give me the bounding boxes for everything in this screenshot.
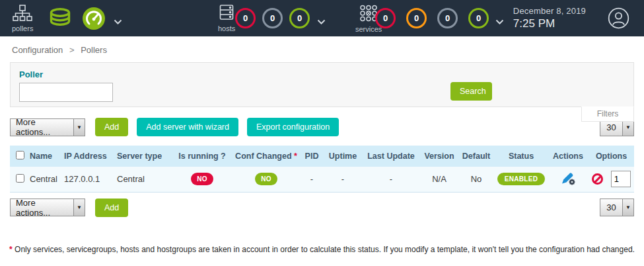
select-arrow-icon: ▼	[622, 199, 633, 216]
user-avatar-icon[interactable]	[608, 7, 629, 32]
clock: December 8, 2019 7:25 PM	[513, 6, 586, 30]
footnote-asterisk: *	[9, 245, 13, 254]
more-actions-select[interactable]: More actions... ▼	[10, 118, 85, 136]
services-warning-counter[interactable]: 0	[406, 8, 427, 28]
col-last-update: Last Update	[361, 146, 421, 167]
export-configuration-button[interactable]: Export configuration	[247, 118, 339, 136]
cell-pid: -	[299, 167, 324, 192]
breadcrumb-separator: >	[69, 45, 75, 55]
col-version: Version	[421, 146, 458, 167]
more-actions-select-bottom[interactable]: More actions... ▼	[10, 199, 85, 216]
gauge-icon[interactable]	[82, 7, 106, 33]
select-arrow-icon: ▼	[73, 199, 85, 216]
col-actions: Actions	[548, 146, 589, 167]
cell-ip-address: 127.0.0.1	[64, 167, 117, 192]
pollers-icon	[13, 12, 32, 23]
hosts-label: hosts	[218, 24, 235, 32]
cell-default: No	[458, 167, 495, 192]
cell-is-running: NO	[171, 167, 233, 192]
disable-poller-icon[interactable]	[592, 173, 603, 185]
services-unknown-counter[interactable]: 0	[437, 8, 458, 28]
hosts-down-counter[interactable]: 0	[235, 8, 256, 28]
cell-options	[589, 167, 634, 192]
breadcrumb: Configuration > Pollers	[0, 36, 644, 62]
options-order-input[interactable]	[611, 171, 631, 187]
is-running-badge: NO	[191, 173, 213, 185]
footnote-text: Only services, servicegroups, hosts and …	[15, 245, 635, 254]
database-icon[interactable]	[48, 7, 73, 32]
select-arrow-icon: ▼	[73, 119, 85, 136]
cell-version: N/A	[421, 167, 458, 192]
services-ok-counter[interactable]: 0	[468, 8, 489, 28]
cell-last-update: -	[361, 167, 421, 192]
bottom-toolbar: More actions... ▼ Add 30 ▼	[10, 199, 634, 217]
col-server-type: Server type	[117, 146, 171, 167]
hosts-icon	[219, 12, 234, 23]
poller-search-input[interactable]	[19, 83, 113, 102]
pollers-menu[interactable]: pollers	[12, 5, 33, 32]
services-critical-counter[interactable]: 0	[375, 8, 396, 28]
cell-status: ENABLED	[495, 167, 548, 192]
clock-time: 7:25 PM	[513, 17, 586, 30]
select-all-checkbox[interactable]	[16, 151, 24, 159]
hosts-menu[interactable]: hosts	[218, 5, 235, 32]
top-navigation-bar: pollers hosts	[0, 0, 644, 36]
add-button[interactable]: Add	[95, 118, 128, 136]
pollers-label: pollers	[12, 24, 33, 32]
poller-filter-panel: Poller Search Filters	[10, 62, 634, 107]
cell-conf-changed: NO	[233, 167, 299, 192]
search-button[interactable]: Search	[450, 82, 492, 101]
breadcrumb-configuration[interactable]: Configuration	[12, 45, 63, 55]
required-asterisk: *	[294, 152, 297, 161]
col-options: Options	[589, 146, 634, 167]
hosts-up-counter[interactable]: 0	[289, 8, 310, 28]
filters-tab[interactable]: Filters	[581, 107, 634, 122]
edit-poller-icon[interactable]	[561, 177, 576, 187]
pollers-table: Name IP Address Server type Is running ?…	[10, 146, 634, 193]
col-ip-address: IP Address	[64, 146, 117, 167]
conf-changed-badge: NO	[255, 173, 277, 185]
cell-name[interactable]: Central	[30, 167, 64, 192]
hosts-chevron-icon[interactable]	[317, 16, 326, 28]
col-name: Name	[30, 146, 64, 167]
table-header-row: Name IP Address Server type Is running ?…	[10, 146, 634, 167]
cell-server-type: Central	[117, 167, 171, 192]
poller-filter-label: Poller	[19, 69, 625, 79]
hosts-unreachable-counter[interactable]: 0	[262, 8, 283, 28]
col-uptime: Uptime	[324, 146, 361, 167]
page-size-select-bottom[interactable]: 30 ▼	[600, 199, 634, 216]
top-toolbar: More actions... ▼ Add Add server with wi…	[10, 118, 634, 136]
services-label: services	[355, 25, 382, 33]
status-footnote: * Only services, servicegroups, hosts an…	[0, 245, 644, 254]
col-is-running: Is running ?	[171, 146, 233, 167]
more-actions-label: More actions...	[11, 199, 73, 216]
add-button-bottom[interactable]: Add	[95, 199, 128, 217]
col-default: Default	[458, 146, 495, 167]
row-checkbox[interactable]	[16, 174, 24, 183]
clock-date: December 8, 2019	[513, 6, 586, 16]
col-pid: PID	[299, 146, 324, 167]
cell-uptime: -	[324, 167, 361, 192]
table-row: Central 127.0.0.1 Central NO NO - - - N/…	[10, 167, 634, 192]
cell-actions	[548, 167, 589, 192]
more-actions-label: More actions...	[11, 119, 73, 136]
page-size-value: 30	[600, 199, 622, 216]
col-conf-changed: Conf Changed *	[233, 146, 299, 167]
pollers-chevron-icon[interactable]	[114, 16, 122, 28]
col-status: Status	[495, 146, 548, 167]
services-chevron-icon[interactable]	[495, 16, 504, 28]
add-server-wizard-button[interactable]: Add server with wizard	[137, 118, 238, 136]
status-badge: ENABLED	[497, 173, 545, 185]
breadcrumb-pollers[interactable]: Pollers	[81, 45, 107, 55]
